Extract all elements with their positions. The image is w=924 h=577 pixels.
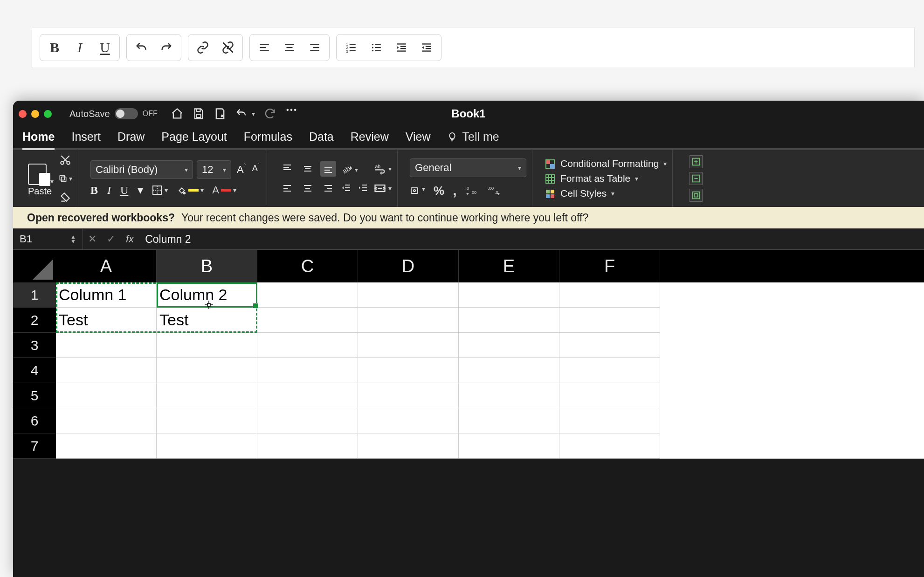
- tab-review[interactable]: Review: [351, 130, 389, 148]
- indent-button[interactable]: [389, 36, 414, 59]
- row-header-4[interactable]: 4: [13, 358, 56, 383]
- accounting-format-icon[interactable]: ▾: [410, 185, 425, 196]
- cancel-icon[interactable]: ✕: [83, 233, 102, 245]
- close-window-button[interactable]: [19, 110, 27, 118]
- cell-C3[interactable]: [257, 333, 358, 358]
- recovery-banner[interactable]: Open recovered workbooks? Your recent ch…: [13, 207, 924, 228]
- cell-E7[interactable]: [459, 433, 559, 459]
- cell-E3[interactable]: [459, 333, 559, 358]
- redo-icon[interactable]: [263, 107, 276, 120]
- borders-button[interactable]: ▾: [152, 185, 168, 196]
- font-size-combo[interactable]: 12▾: [197, 160, 231, 179]
- cell-C2[interactable]: [257, 308, 358, 333]
- row-header-7[interactable]: 7: [13, 433, 56, 459]
- tab-home[interactable]: Home: [22, 130, 55, 148]
- cell-C7[interactable]: [257, 433, 358, 459]
- cell-F3[interactable]: [559, 333, 660, 358]
- cell-D3[interactable]: [358, 333, 459, 358]
- cell-B2[interactable]: Test: [157, 308, 257, 333]
- row-header-3[interactable]: 3: [13, 333, 56, 358]
- cell-E2[interactable]: [459, 308, 559, 333]
- orientation-button[interactable]: ab▾: [341, 164, 358, 176]
- cell-styles-button[interactable]: Cell Styles▾: [545, 188, 667, 199]
- cell-B3[interactable]: [157, 333, 257, 358]
- cell-A5[interactable]: [56, 383, 157, 408]
- paste-dropdown-icon[interactable]: ▾: [50, 178, 54, 185]
- cell-A2[interactable]: Test: [56, 308, 157, 333]
- col-header-F[interactable]: F: [559, 250, 660, 282]
- tab-data[interactable]: Data: [309, 130, 334, 148]
- cell-A4[interactable]: [56, 358, 157, 383]
- cell-F6[interactable]: [559, 408, 660, 433]
- cell-D1[interactable]: [358, 282, 459, 308]
- conditional-formatting-button[interactable]: Conditional Formatting▾: [545, 158, 667, 169]
- underline-dropdown-icon[interactable]: ▾: [138, 184, 143, 197]
- underline-button[interactable]: U: [92, 36, 117, 59]
- align-left-button[interactable]: [252, 36, 277, 59]
- maximize-window-button[interactable]: [44, 110, 52, 118]
- cell-A3[interactable]: [56, 333, 157, 358]
- col-header-D[interactable]: D: [358, 250, 459, 282]
- font-name-combo[interactable]: Calibri (Body)▾: [90, 160, 193, 179]
- fill-color-button[interactable]: ▾: [176, 185, 204, 195]
- cell-A7[interactable]: [56, 433, 157, 459]
- autosave-switch[interactable]: [115, 108, 138, 119]
- number-format-combo[interactable]: General▾: [410, 158, 526, 177]
- cell-E5[interactable]: [459, 383, 559, 408]
- comma-format-icon[interactable]: ,: [453, 183, 456, 199]
- formula-input[interactable]: [139, 233, 924, 246]
- cell-F5[interactable]: [559, 383, 660, 408]
- cell-C6[interactable]: [257, 408, 358, 433]
- cell-B7[interactable]: [157, 433, 257, 459]
- outdent-button[interactable]: [414, 36, 439, 59]
- cell-F4[interactable]: [559, 358, 660, 383]
- increase-decimal-icon[interactable]: .0.00: [465, 185, 479, 196]
- cut-icon[interactable]: [58, 153, 72, 167]
- link-button[interactable]: [190, 36, 215, 59]
- cell-D5[interactable]: [358, 383, 459, 408]
- wrap-text-button[interactable]: ab▾: [373, 162, 392, 175]
- format-painter-icon[interactable]: [58, 190, 72, 204]
- underline-button[interactable]: U: [120, 184, 128, 197]
- cell-F1[interactable]: [559, 282, 660, 308]
- row-header-1[interactable]: 1: [13, 282, 56, 308]
- cell-D6[interactable]: [358, 408, 459, 433]
- align-right-icon[interactable]: [320, 180, 336, 196]
- autosave-toggle[interactable]: AutoSave OFF: [69, 108, 158, 119]
- cell-E4[interactable]: [459, 358, 559, 383]
- italic-button[interactable]: I: [107, 184, 111, 197]
- row-header-6[interactable]: 6: [13, 408, 56, 433]
- shrink-font-icon[interactable]: Aˇ: [250, 164, 261, 176]
- cell-E6[interactable]: [459, 408, 559, 433]
- bullet-list-button[interactable]: [364, 36, 389, 59]
- undo-dropdown-icon[interactable]: ▾: [252, 110, 255, 117]
- cell-C4[interactable]: [257, 358, 358, 383]
- cell-A1[interactable]: Column 1: [56, 282, 157, 308]
- tab-formulas[interactable]: Formulas: [244, 130, 292, 148]
- undo-button[interactable]: [129, 36, 154, 59]
- tab-page-layout[interactable]: Page Layout: [161, 130, 227, 148]
- col-header-C[interactable]: C: [257, 250, 358, 282]
- align-center-button[interactable]: [277, 36, 302, 59]
- italic-button[interactable]: I: [67, 36, 92, 59]
- col-header-E[interactable]: E: [459, 250, 559, 282]
- paste-icon[interactable]: [26, 161, 48, 185]
- tab-insert[interactable]: Insert: [71, 130, 101, 148]
- redo-button[interactable]: [154, 36, 179, 59]
- cell-C1[interactable]: [257, 282, 358, 308]
- unlink-button[interactable]: [215, 36, 241, 59]
- cell-D4[interactable]: [358, 358, 459, 383]
- bold-button[interactable]: B: [90, 184, 98, 197]
- format-as-table-button[interactable]: Format as Table▾: [545, 173, 667, 184]
- cell-D2[interactable]: [358, 308, 459, 333]
- select-all-corner[interactable]: [13, 250, 56, 282]
- tab-view[interactable]: View: [406, 130, 431, 148]
- cell-B4[interactable]: [157, 358, 257, 383]
- save-icon[interactable]: [192, 107, 205, 120]
- merge-button[interactable]: ▾: [373, 182, 392, 195]
- increase-indent-icon[interactable]: [358, 182, 369, 193]
- more-icon[interactable]: [285, 107, 298, 120]
- cell-F2[interactable]: [559, 308, 660, 333]
- col-header-B[interactable]: B: [157, 250, 257, 282]
- decrease-decimal-icon[interactable]: .00.0: [488, 185, 502, 196]
